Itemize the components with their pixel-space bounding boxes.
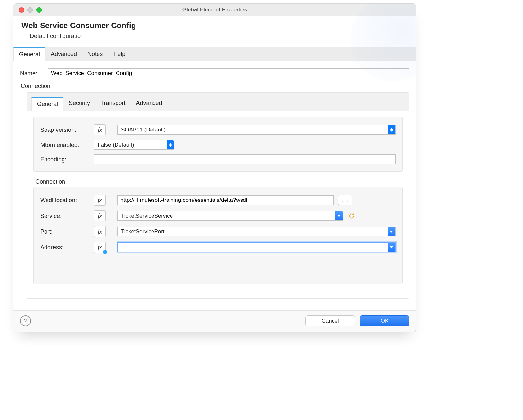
name-label: Name:	[20, 70, 44, 77]
address-select[interactable]	[117, 242, 396, 252]
fx-icon: fx	[98, 197, 102, 204]
close-window-button[interactable]	[19, 7, 24, 13]
titlebar: Global Element Properties	[13, 4, 416, 16]
soap-version-value: SOAP11 (Default)	[121, 127, 388, 133]
wsdl-input[interactable]	[117, 195, 334, 205]
chevron-down-icon	[388, 227, 395, 236]
info-marker-icon: i	[103, 250, 107, 254]
service-row: Service: fx TicketServiceService	[40, 210, 396, 221]
dialog-window: Global Element Properties Web Service Co…	[13, 3, 416, 332]
tab-notes[interactable]: Notes	[82, 48, 108, 61]
question-icon: ?	[24, 317, 27, 325]
inner-tab-content: Soap version: fx SOAP11 (Default) Mtom e…	[27, 111, 409, 298]
fx-icon: fx	[98, 244, 102, 251]
fx-button-soap-version[interactable]: fx	[94, 124, 106, 135]
ok-label: OK	[381, 318, 389, 324]
address-label: Address:	[40, 244, 89, 251]
mtom-value: False (Default)	[98, 142, 167, 148]
service-label: Service:	[40, 213, 89, 219]
fx-button-service[interactable]: fx	[94, 210, 106, 221]
port-select[interactable]: TicketServicePort	[117, 227, 396, 236]
inner-tab-transport[interactable]: Transport	[95, 97, 131, 111]
wsdl-label: Wsdl location:	[40, 197, 89, 204]
address-row: Address: fx i	[40, 242, 396, 253]
connection-section-label: Connection	[21, 83, 409, 90]
page-title: Web Service Consumer Config	[21, 21, 408, 30]
soap-group: Soap version: fx SOAP11 (Default) Mtom e…	[33, 117, 403, 172]
zoom-window-button[interactable]	[36, 7, 42, 13]
ok-button[interactable]: OK	[360, 315, 409, 326]
outer-tab-content: Name: Connection General Security Transp…	[13, 61, 416, 310]
fx-button-port[interactable]: fx	[94, 226, 106, 237]
soap-version-label: Soap version:	[40, 127, 89, 133]
inner-tab-general[interactable]: General	[31, 97, 63, 111]
updown-arrows-icon	[388, 125, 395, 134]
chevron-down-icon	[388, 243, 395, 252]
mtom-select[interactable]: False (Default)	[94, 140, 174, 150]
browse-wsdl-button[interactable]: ...	[338, 195, 352, 205]
fx-icon: fx	[98, 212, 102, 219]
window-controls	[13, 7, 42, 13]
encoding-input[interactable]	[94, 154, 396, 164]
inner-tab-security[interactable]: Security	[63, 97, 95, 111]
fx-button-address[interactable]: fx i	[94, 242, 106, 253]
name-row: Name:	[20, 68, 409, 78]
port-label: Port:	[40, 228, 89, 235]
fx-icon: fx	[98, 126, 102, 133]
tab-help[interactable]: Help	[108, 48, 131, 61]
mtom-row: Mtom enabled: False (Default)	[40, 140, 396, 150]
chevron-down-icon	[335, 211, 343, 220]
mtom-label: Mtom enabled:	[40, 142, 89, 149]
fx-button-wsdl[interactable]: fx	[94, 195, 106, 206]
soap-version-row: Soap version: fx SOAP11 (Default)	[40, 124, 396, 135]
port-value: TicketServicePort	[121, 228, 388, 235]
fx-icon: fx	[98, 228, 102, 235]
window-title: Global Element Properties	[13, 7, 416, 13]
dialog-footer: ? Cancel OK	[13, 310, 416, 332]
connection-panel: General Security Transport Advanced Soap…	[27, 92, 409, 299]
ellipsis-icon: ...	[342, 197, 349, 204]
service-select[interactable]: TicketServiceService	[117, 211, 343, 221]
encoding-row: Encoding:	[40, 154, 396, 164]
encoding-label: Encoding:	[40, 156, 89, 163]
tab-advanced[interactable]: Advanced	[45, 48, 82, 61]
connection-group-title: Connection	[35, 178, 403, 185]
port-row: Port: fx TicketServicePort	[40, 226, 396, 237]
tab-general[interactable]: General	[13, 47, 45, 61]
inner-tab-advanced[interactable]: Advanced	[131, 97, 167, 111]
name-input[interactable]	[48, 68, 409, 78]
refresh-icon[interactable]	[348, 212, 355, 219]
inner-tabbar: General Security Transport Advanced	[27, 93, 409, 111]
connection-group: Wsdl location: fx ... Service: fx Ticket…	[33, 187, 403, 284]
service-value: TicketServiceService	[121, 213, 335, 219]
updown-arrows-icon	[167, 140, 174, 149]
soap-version-select[interactable]: SOAP11 (Default)	[117, 125, 396, 135]
dialog-header: Web Service Consumer Config Default conf…	[13, 16, 416, 47]
help-button[interactable]: ?	[20, 315, 31, 326]
cancel-label: Cancel	[322, 318, 339, 324]
wsdl-row: Wsdl location: fx ...	[40, 195, 396, 206]
minimize-window-button[interactable]	[27, 7, 33, 13]
cancel-button[interactable]: Cancel	[305, 315, 355, 326]
